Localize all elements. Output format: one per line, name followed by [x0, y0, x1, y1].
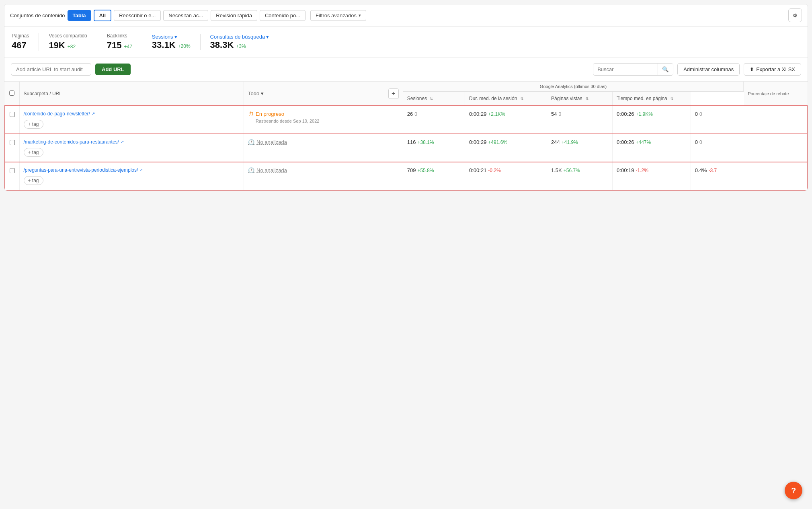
url-link-1[interactable]: /contenido-de-pago-newsletter/ ↗	[24, 111, 240, 117]
manage-columns-button[interactable]: Administrar columnas	[677, 63, 740, 76]
not-analyzed-status-2[interactable]: 🕐 No analizada	[248, 139, 380, 145]
chevron-down-icon: ▾	[266, 34, 269, 40]
add-tag-button-2[interactable]: + tag	[24, 148, 43, 157]
status-cell-3: 🕐 No analizada	[244, 162, 384, 190]
stat-backlinks: Backlinks 715 +47	[107, 33, 142, 51]
external-link-icon: ↗	[92, 111, 95, 116]
search-wrapper: 🔍	[593, 63, 673, 76]
th-dur-med[interactable]: Dur. med. de la sesión ⇅	[465, 92, 547, 106]
not-analyzed-status-3[interactable]: 🕐 No analizada	[248, 167, 380, 173]
search-button[interactable]: 🔍	[658, 64, 673, 75]
th-tiempo[interactable]: Tiempo med. en página ⇅	[613, 92, 691, 106]
status-cell-2: 🕐 No analizada	[244, 134, 384, 162]
settings-button[interactable]: ⚙	[788, 8, 802, 22]
tiempo-cell-1: 0:00:26 +1.9K%	[613, 106, 691, 134]
clock-outline-icon: 🕐	[248, 139, 254, 145]
todo-spacer-3	[384, 162, 403, 190]
tab-revision[interactable]: Revisión rápida	[211, 10, 257, 21]
th-sessions[interactable]: Sesiones ⇅	[403, 92, 465, 106]
sort-icon: ⇅	[585, 96, 588, 101]
th-todo: Todo ▾	[244, 82, 384, 106]
export-button[interactable]: ⬆ Exportar a XLSX	[744, 63, 801, 76]
filtros-avanzados-button[interactable]: Filtros avanzados ▾	[310, 10, 366, 21]
row-checkbox[interactable]	[10, 112, 15, 117]
todo-dropdown[interactable]: Todo ▾	[248, 90, 380, 96]
row-checkbox[interactable]	[10, 168, 15, 173]
clock-icon: ⏱	[248, 111, 254, 117]
porcentaje-cell-2: 0 0	[691, 134, 744, 162]
chevron-down-icon: ▾	[174, 34, 177, 40]
tiempo-cell-3: 0:00:19 -1.2%	[613, 162, 691, 190]
porcentaje-cell-1: 0 0	[691, 106, 744, 134]
th-url: Subcarpeta / URL	[19, 82, 244, 106]
gear-icon: ⚙	[793, 12, 798, 18]
table-wrapper: Subcarpeta / URL Todo ▾ + Google Analyti…	[4, 82, 808, 191]
add-tag-button-1[interactable]: + tag	[24, 120, 43, 129]
conjuntos-label: Conjuntos de contenido	[10, 12, 65, 18]
paginas-cell-2: 244 +41.9%	[547, 134, 613, 162]
url-cell-2: /marketing-de-contenidos-para-restaurant…	[19, 134, 244, 162]
chevron-down-icon: ▾	[359, 13, 361, 18]
todo-spacer-2	[384, 134, 403, 162]
stat-veces-compartido: Veces compartido 19K +82	[49, 33, 97, 51]
todo-spacer-1	[384, 106, 403, 134]
tab-reescribir[interactable]: Reescribir o e...	[114, 10, 161, 21]
url-link-3[interactable]: /preguntas-para-una-entrevista-periodist…	[24, 167, 240, 173]
add-url-button[interactable]: Add URL	[95, 64, 131, 75]
th-porcentaje: Porcentaje de rebote	[744, 82, 807, 106]
sort-icon: ⇅	[520, 96, 523, 101]
toolbar: Add URL 🔍 Administrar columnas ⬆ Exporta…	[4, 57, 808, 82]
table-row: /contenido-de-pago-newsletter/ ↗ + tag ⏱…	[5, 106, 807, 134]
url-cell-3: /preguntas-para-una-entrevista-periodist…	[19, 162, 244, 190]
porcentaje-cell-3: 0.4% -3.7	[691, 162, 744, 190]
tiempo-cell-2: 0:00:26 +447%	[613, 134, 691, 162]
export-icon: ⬆	[750, 66, 754, 72]
row-checkbox-cell	[5, 106, 19, 134]
table-row: /marketing-de-contenidos-para-restaurant…	[5, 134, 807, 162]
row-checkbox-cell	[5, 162, 19, 190]
paginas-cell-3: 1.5K +56.7%	[547, 162, 613, 190]
table-row: /preguntas-para-una-entrevista-periodist…	[5, 162, 807, 190]
sort-icon: ⇅	[670, 96, 673, 101]
paginas-cell-1: 54 0	[547, 106, 613, 134]
tab-tabla[interactable]: Tabla	[68, 10, 91, 21]
stats-bar: Páginas 467 Veces compartido 19K +82 Bac…	[4, 27, 808, 57]
tab-all[interactable]: All	[94, 10, 112, 21]
dur-cell-1: 0:00:29 +2.1K%	[465, 106, 547, 134]
top-bar: Conjuntos de contenido Tabla All Reescri…	[4, 4, 808, 27]
clock-outline-icon: 🕐	[248, 167, 254, 173]
search-input[interactable]	[593, 64, 658, 75]
search-icon: 🔍	[662, 66, 669, 72]
url-link-2[interactable]: /marketing-de-contenidos-para-restaurant…	[24, 139, 240, 145]
stat-paginas: Páginas 467	[12, 33, 39, 51]
th-ga-header: Google Analytics (últimos 30 días)	[403, 82, 743, 92]
add-tag-button-3[interactable]: + tag	[24, 176, 43, 185]
chevron-down-icon: ▾	[261, 90, 264, 96]
url-cell-1: /contenido-de-pago-newsletter/ ↗ + tag	[19, 106, 244, 134]
sort-icon: ⇅	[430, 96, 433, 101]
th-plus: +	[384, 82, 403, 106]
th-paginas[interactable]: Páginas vistas ⇅	[547, 92, 613, 106]
sessions-cell-3: 709 +55.8%	[403, 162, 465, 190]
add-column-button[interactable]: +	[388, 88, 399, 99]
external-link-icon: ↗	[121, 140, 124, 144]
stat-sessions[interactable]: Sessions ▾ 33.1K +20%	[152, 34, 201, 50]
tab-necesitan[interactable]: Necesitan ac...	[163, 10, 208, 21]
row-checkbox[interactable]	[10, 140, 15, 145]
dur-cell-2: 0:00:29 +491.6%	[465, 134, 547, 162]
select-all-checkbox[interactable]	[9, 90, 14, 96]
tab-contenido[interactable]: Contenido po...	[260, 10, 306, 21]
th-select-all	[5, 82, 19, 106]
row-checkbox-cell	[5, 134, 19, 162]
sessions-cell-2: 116 +38.1%	[403, 134, 465, 162]
dur-cell-3: 0:00:21 -0.2%	[465, 162, 547, 190]
external-link-icon: ↗	[139, 168, 143, 172]
status-cell-1: ⏱ En progreso Rastreando desde Sep 10, 2…	[244, 106, 384, 134]
main-table: Subcarpeta / URL Todo ▾ + Google Analyti…	[4, 82, 808, 191]
stat-consultas[interactable]: Consultas de búsqueda ▾ 38.3K +3%	[210, 34, 279, 50]
url-input[interactable]	[11, 63, 91, 76]
sessions-cell-1: 26 0	[403, 106, 465, 134]
